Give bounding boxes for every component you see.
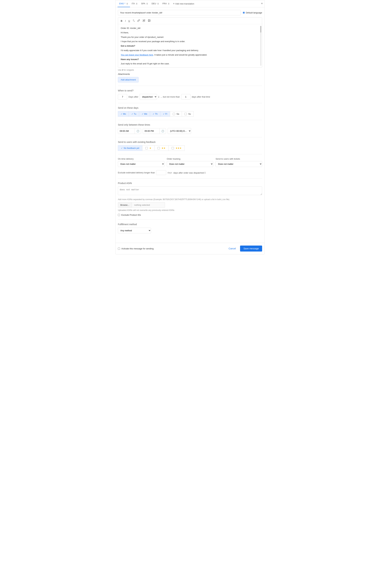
tab-fra[interactable]: FRA 🗑 [161, 0, 171, 7]
browse-row: Browse... nothing selected [118, 202, 262, 208]
two-star-checkbox [157, 147, 160, 149]
dispatch-select[interactable]: dispatched [140, 94, 157, 100]
activate-row: Activate this message for sending [118, 247, 153, 250]
on-time-delivery-label: On-time delivery [118, 158, 165, 160]
exclude-delivery-info-icon[interactable]: ℹ [205, 171, 205, 174]
underline-button[interactable]: U [127, 19, 131, 23]
one-star-icon: ★ [149, 147, 151, 149]
day-we-button[interactable]: ✓ We [139, 111, 150, 117]
users-with-tickets-select[interactable]: Does not matter Yes No [215, 161, 262, 167]
tab-ita[interactable]: ITA 🗑 [130, 0, 139, 7]
three-star-checkbox [171, 147, 174, 149]
svg-point-2 [149, 20, 149, 20]
feedback-label: Send to users with existing feedback [118, 141, 262, 143]
two-star-icon: ★★ [161, 147, 166, 149]
send-timing-row: Days after dispatched ℹ ... but not more… [118, 94, 262, 100]
start-time-input[interactable] [118, 128, 135, 134]
tab-ita-label: ITA [132, 2, 135, 5]
editor-greeting: Hi there, [121, 31, 259, 35]
tab-deu-label: DEU [152, 2, 156, 5]
fulfillment-select[interactable]: Any method FBA FBM [118, 228, 151, 233]
tab-ita-delete-icon[interactable]: 🗑 [136, 2, 138, 5]
add-attachment-button[interactable]: Add attachment [118, 77, 139, 82]
snippets-hash: # [122, 69, 123, 71]
day-th-button[interactable]: ✓ Th [150, 111, 160, 117]
filter-three-col: On-time delivery Does not matter Yes No … [118, 158, 262, 167]
tab-spa[interactable]: SPA 🗑 [139, 0, 150, 7]
upload-hint: Uploaded ASINs will not overwrite any pr… [118, 209, 262, 211]
feedback-link[interactable]: You can leave your feedback here [121, 54, 153, 56]
tab-fra-delete-icon[interactable]: 🗑 [168, 2, 170, 5]
divider-6 [118, 178, 262, 179]
activate-label: Activate this message for sending [121, 247, 153, 250]
timing-info-icon[interactable]: ℹ [158, 96, 159, 98]
days-after-label: Days after [129, 96, 138, 98]
image-button[interactable] [147, 19, 152, 23]
day-sa-button[interactable]: Sa [170, 111, 182, 117]
exclude-delivery-input[interactable] [156, 170, 166, 175]
feedback-three-star-button[interactable]: ★★★ [169, 145, 185, 151]
content-area: Default language B I U Tx Ord [115, 7, 265, 241]
order-tracking-select[interactable]: Does not matter Yes No [167, 161, 213, 167]
save-button[interactable]: Save message [240, 245, 262, 252]
tab-spa-delete-icon[interactable]: 🗑 [146, 2, 148, 5]
product-asin-label: Product ASIN [118, 182, 262, 184]
feedback-no-feedback-button[interactable]: ✓ No feedback yet [118, 145, 142, 151]
attachments-section: Attachments Add attachment [118, 73, 262, 82]
tabs-bar: ENG * 🗑 ITA 🗑 SPA 🗑 DEU 🗑 FRA 🗑 + Add ne… [115, 0, 265, 7]
default-language-radio[interactable] [243, 12, 245, 14]
feedback-two-star-button[interactable]: ★★ [154, 145, 169, 151]
exclude-delivery-row: Exclude estimated delivery longer than d… [118, 170, 262, 175]
day-tu-button[interactable]: ✓ Tu [129, 111, 139, 117]
end-time-clock-button[interactable]: 🕐 [159, 128, 166, 134]
feedback-one-star-button[interactable]: ★ [142, 145, 154, 151]
exclude-product-ids-checkbox[interactable] [118, 214, 120, 216]
add-translation-button[interactable]: + Add new translation [171, 0, 196, 7]
action-buttons: Cancel Save message [226, 245, 262, 252]
end-time-input[interactable] [143, 128, 159, 134]
activate-checkbox[interactable] [118, 247, 120, 250]
product-asin-textarea[interactable] [118, 186, 262, 195]
day-su-button[interactable]: Su [182, 111, 194, 117]
max-days-input[interactable] [181, 94, 190, 100]
editor-body[interactable]: Order ID: #order_id# Hi there, Thank you… [118, 24, 262, 67]
tab-deu[interactable]: DEU 🗑 [150, 0, 161, 7]
editor-feedback-line: You can leave your feedback here. It tak… [121, 53, 259, 57]
day-fr-button[interactable]: ✓ Fr [160, 111, 170, 117]
no-feedback-label: No feedback yet [124, 147, 139, 149]
tab-fra-label: FRA [162, 2, 167, 5]
end-time-wrap: 🕐 [143, 128, 166, 134]
bold-button[interactable]: B [120, 19, 123, 23]
cancel-button[interactable]: Cancel [226, 245, 239, 252]
editor-thank-you: Thank you for your order of #product_nam… [121, 36, 259, 39]
on-time-delivery-select[interactable]: Does not matter Yes No [118, 161, 165, 167]
editor-scrollbar-thumb[interactable] [260, 26, 261, 33]
when-to-send-label: When to send? [118, 89, 262, 92]
subject-input[interactable] [118, 10, 241, 15]
unlink-button[interactable] [142, 19, 146, 23]
tab-eng-delete-icon[interactable]: 🗑 [126, 2, 128, 5]
tab-deu-delete-icon[interactable]: 🗑 [157, 2, 159, 5]
start-time-clock-button[interactable]: 🕐 [135, 128, 141, 134]
attachments-title: Attachments [118, 73, 262, 75]
browse-button[interactable]: Browse... [118, 202, 132, 208]
clear-format-button[interactable]: Tx [132, 19, 136, 23]
when-to-send-section: When to send? Days after dispatched ℹ ..… [118, 89, 262, 100]
snippets-hint: Use # for snippets [118, 69, 262, 71]
day-mo-button[interactable]: ✓ Mo [118, 111, 129, 117]
italic-button[interactable]: I [124, 19, 127, 23]
editor-got-minute-heading: Got a minute? [121, 45, 135, 47]
add-translation-label: Add new translation [175, 2, 194, 5]
days-value-input[interactable] [118, 94, 127, 100]
one-star-checkbox [145, 147, 148, 149]
users-with-tickets-col: Send to users with tickets Does not matt… [215, 158, 262, 167]
link-button[interactable] [136, 19, 141, 23]
users-with-tickets-label: Send to users with tickets [215, 158, 262, 160]
fulfillment-label: Fulfillment method [118, 223, 262, 226]
three-star-icon: ★★★ [176, 147, 182, 149]
timezone-select[interactable]: (UTC+00:00) D... [168, 128, 191, 134]
subject-row: Default language [118, 10, 262, 15]
exclude-product-ids-row: Exclude Product IDs [118, 214, 262, 216]
days-after-time-label: days after that time [192, 96, 210, 98]
tab-eng[interactable]: ENG * 🗑 [117, 0, 130, 7]
